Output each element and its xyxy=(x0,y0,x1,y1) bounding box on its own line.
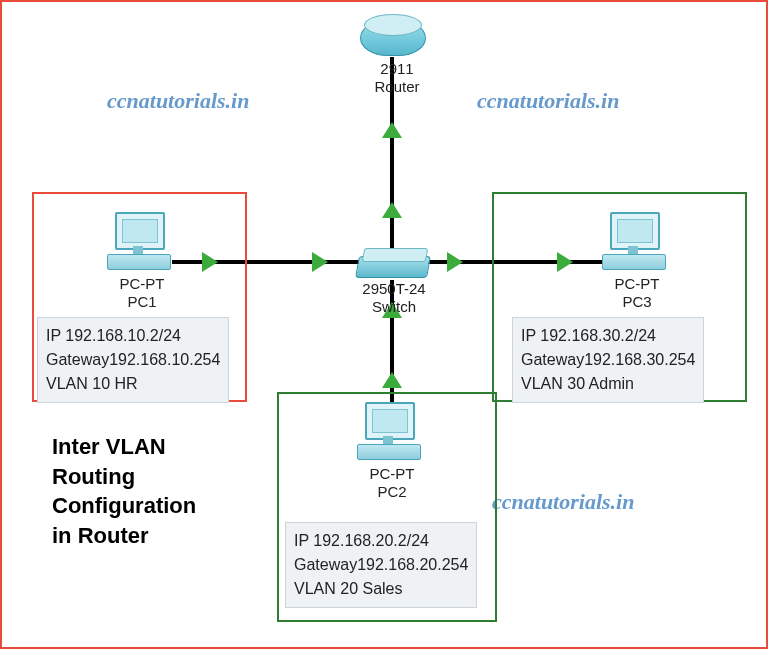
pc2-ip: IP 192.168.20.2/24 xyxy=(294,529,468,553)
pc1-vlan: VLAN 10 HR xyxy=(46,372,220,396)
pc3-ip: IP 192.168.30.2/24 xyxy=(521,324,695,348)
pc2-icon[interactable] xyxy=(357,402,427,462)
pc3-info: IP 192.168.30.2/24 Gateway192.168.30.254… xyxy=(512,317,704,403)
pc3-gateway: Gateway192.168.30.254 xyxy=(521,348,695,372)
pc1-icon[interactable] xyxy=(107,212,177,272)
router-icon[interactable] xyxy=(360,14,424,60)
link-status-icon xyxy=(312,252,328,272)
pc2-type: PC-PT xyxy=(370,465,415,482)
watermark-top-right: ccnatutorials.in xyxy=(477,88,619,114)
topology-canvas: ccnatutorials.in ccnatutorials.in ccnatu… xyxy=(0,0,768,649)
switch-name: Switch xyxy=(372,298,416,315)
pc2-label: PC-PT PC2 xyxy=(357,465,427,501)
pc2-gateway: Gateway192.168.20.254 xyxy=(294,553,468,577)
router-label: 2911 Router xyxy=(367,60,427,96)
diagram-title: Inter VLAN Routing Configuration in Rout… xyxy=(52,432,196,551)
link-status-icon xyxy=(382,122,402,138)
pc1-name: PC1 xyxy=(127,293,156,310)
switch-label: 2950T-24 Switch xyxy=(354,280,434,316)
router-name: Router xyxy=(374,78,419,95)
pc3-vlan: VLAN 30 Admin xyxy=(521,372,695,396)
pc3-icon[interactable] xyxy=(602,212,672,272)
switch-icon[interactable] xyxy=(357,248,427,278)
pc2-vlan: VLAN 20 Sales xyxy=(294,577,468,601)
pc3-type: PC-PT xyxy=(615,275,660,292)
pc1-type: PC-PT xyxy=(120,275,165,292)
pc1-label: PC-PT PC1 xyxy=(107,275,177,311)
pc3-name: PC3 xyxy=(622,293,651,310)
pc1-ip: IP 192.168.10.2/24 xyxy=(46,324,220,348)
pc2-name: PC2 xyxy=(377,483,406,500)
watermark-bottom-right: ccnatutorials.in xyxy=(492,489,634,515)
pc2-info: IP 192.168.20.2/24 Gateway192.168.20.254… xyxy=(285,522,477,608)
watermark-top-left: ccnatutorials.in xyxy=(107,88,249,114)
link-status-icon xyxy=(382,202,402,218)
link-status-icon xyxy=(382,372,402,388)
pc3-label: PC-PT PC3 xyxy=(602,275,672,311)
link-status-icon xyxy=(447,252,463,272)
switch-model: 2950T-24 xyxy=(362,280,425,297)
pc1-gateway: Gateway192.168.10.254 xyxy=(46,348,220,372)
router-model: 2911 xyxy=(380,60,413,77)
pc1-info: IP 192.168.10.2/24 Gateway192.168.10.254… xyxy=(37,317,229,403)
